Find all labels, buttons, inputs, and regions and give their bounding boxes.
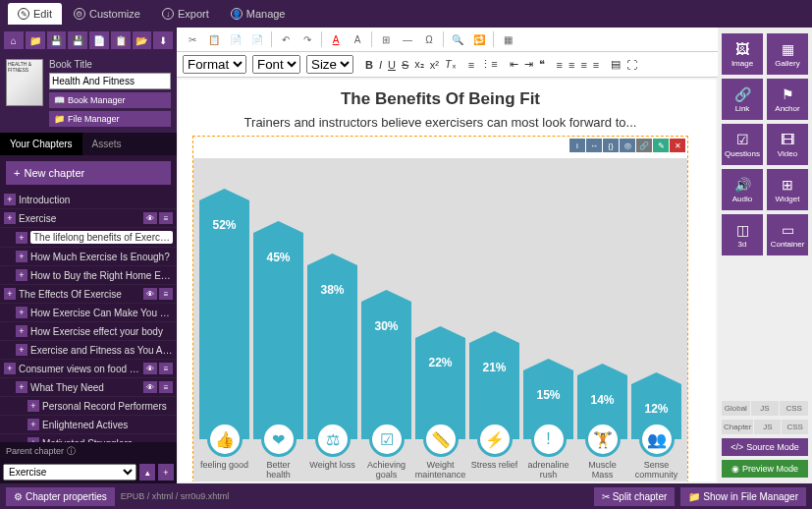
cut-icon[interactable]: ✂ <box>183 30 202 48</box>
insert-image-button[interactable]: 🖼Image <box>722 33 763 75</box>
expand-icon[interactable]: + <box>16 344 27 356</box>
sup-icon[interactable]: x² <box>430 59 439 71</box>
replace-icon[interactable]: 🔁 <box>469 30 489 48</box>
tree-node[interactable]: +Exercise and Fitness as You Age <box>0 341 177 360</box>
tool-home-icon[interactable]: ⌂ <box>4 31 24 49</box>
tree-node[interactable]: +How Exercise Can Make You Happy <box>0 304 177 322</box>
tree-node[interactable]: +How to Buy the Right Home Exercise E <box>0 266 177 285</box>
chapter-scope-button[interactable]: Chapter <box>722 420 753 434</box>
clear-icon[interactable]: Tₓ <box>445 58 457 71</box>
tab-manage[interactable]: 👤Manage <box>221 3 296 25</box>
tool-save-icon[interactable]: 💾 <box>47 31 67 49</box>
undo-icon[interactable]: ↶ <box>276 30 296 48</box>
list-bul-icon[interactable]: ⋮≡ <box>480 58 497 71</box>
format-select[interactable]: Format <box>183 55 246 74</box>
insert-audio-button[interactable]: 🔊Audio <box>722 169 763 210</box>
menu-icon[interactable]: ≡ <box>159 363 173 374</box>
tool-download-icon[interactable]: ⬇ <box>153 31 173 49</box>
align-right-icon[interactable]: ≡ <box>580 59 586 71</box>
tool-saveall-icon[interactable]: 💾 <box>68 31 87 49</box>
expand-icon[interactable]: + <box>4 363 16 374</box>
selectall-icon[interactable]: ▦ <box>498 30 517 48</box>
find-icon[interactable]: 🔍 <box>448 30 467 48</box>
tree-node[interactable]: +Motivated Strugglers <box>0 434 177 442</box>
maximize-icon[interactable]: ⛶ <box>626 59 637 71</box>
eye-icon[interactable]: 👁 <box>143 381 157 393</box>
tab-customize[interactable]: ⚙Customize <box>64 3 150 25</box>
source-mode-button[interactable]: </> Source Mode <box>722 438 808 456</box>
hr-icon[interactable]: — <box>398 30 417 48</box>
global-scope-button[interactable]: Global <box>722 401 750 416</box>
tree-node[interactable]: +Exercise👁≡ <box>0 209 177 228</box>
parent-add-button[interactable]: + <box>158 464 174 481</box>
preview-mode-button[interactable]: ◉ Preview Mode <box>722 460 808 478</box>
show-in-file-manager-button[interactable]: 📁 Show in File Manager <box>680 487 806 506</box>
insert-link-button[interactable]: 🔗Link <box>722 79 763 120</box>
insert-video-button[interactable]: 🎞Video <box>767 124 808 165</box>
handle-edit-icon[interactable]: ✎ <box>653 139 669 152</box>
tree-node[interactable]: +Enlightened Actives <box>0 416 177 434</box>
tool-folder-icon[interactable]: 📁 <box>26 31 45 49</box>
tree-node[interactable]: +The Effects Of Exercise👁≡ <box>0 285 177 304</box>
size-select[interactable]: Size <box>306 55 353 74</box>
show-blocks-icon[interactable]: ▤ <box>611 58 621 71</box>
new-chapter-button[interactable]: +New chapter <box>6 161 171 185</box>
outdent-icon[interactable]: ⇤ <box>510 58 518 71</box>
menu-icon[interactable]: ≡ <box>159 212 173 224</box>
quote-icon[interactable]: ❝ <box>539 58 545 71</box>
tree-node[interactable]: +How Much Exercise Is Enough? <box>0 248 177 266</box>
eye-icon[interactable]: 👁 <box>143 212 157 224</box>
insert-questions-button[interactable]: ☑Questions <box>722 124 763 165</box>
sub-icon[interactable]: x₂ <box>414 58 424 71</box>
parent-chapter-select[interactable]: Exercise <box>3 464 136 481</box>
expand-icon[interactable]: + <box>16 232 27 244</box>
text-color-icon[interactable]: A <box>326 30 346 48</box>
file-manager-button[interactable]: 📁 File Manager <box>49 111 171 127</box>
tool-doc-icon[interactable]: 📄 <box>89 31 109 49</box>
split-chapter-button[interactable]: ✂ Split chapter <box>594 487 676 506</box>
expand-icon[interactable]: + <box>27 400 39 412</box>
handle-delete-icon[interactable]: ✕ <box>670 139 685 152</box>
indent-icon[interactable]: ⇥ <box>524 58 533 71</box>
italic-icon[interactable]: I <box>379 59 382 71</box>
redo-icon[interactable]: ↷ <box>298 30 317 48</box>
tool-open-icon[interactable]: 📂 <box>133 31 152 49</box>
tab-your-chapters[interactable]: Your Chapters <box>0 133 82 155</box>
menu-icon[interactable]: ≡ <box>159 288 173 300</box>
expand-icon[interactable]: + <box>4 212 16 224</box>
parent-up-button[interactable]: ▴ <box>139 464 155 481</box>
tree-node[interactable]: +How Exercise effect your body <box>0 322 177 341</box>
handle-link-icon[interactable]: 🔗 <box>636 139 652 152</box>
insert-container-button[interactable]: ▭Container <box>767 214 808 255</box>
chapter-js-button[interactable]: JS <box>754 420 781 434</box>
global-js-button[interactable]: JS <box>751 401 780 416</box>
global-css-button[interactable]: CSS <box>780 401 808 416</box>
font-select[interactable]: Font <box>252 55 300 74</box>
paste-icon[interactable]: 📄 <box>226 30 245 48</box>
book-manager-button[interactable]: 📖 Book Manager <box>49 92 171 108</box>
chart-container[interactable]: i ↔ {} ◎ 🔗 ✎ ✕ 52%👍feeling good45%❤Bette… <box>192 136 688 481</box>
list-num-icon[interactable]: ≡ <box>468 59 474 71</box>
chapter-css-button[interactable]: CSS <box>782 420 808 434</box>
tree-node[interactable]: +Personal Record Performers <box>0 397 177 416</box>
chapter-properties-button[interactable]: ⚙ Chapter properties <box>6 487 115 506</box>
table-icon[interactable]: ⊞ <box>376 30 396 48</box>
paste-text-icon[interactable]: 📄 <box>247 30 267 48</box>
expand-icon[interactable]: + <box>4 194 16 205</box>
editor-canvas[interactable]: The Benefits Of Being Fit Trainers and i… <box>179 80 716 481</box>
tree-node[interactable]: +The lifelong benefits of Exercise <box>0 228 177 248</box>
expand-icon[interactable]: + <box>16 307 27 318</box>
insert-3d-button[interactable]: ◫3d <box>722 214 763 255</box>
book-title-input[interactable] <box>49 73 171 89</box>
eye-icon[interactable]: 👁 <box>143 288 157 300</box>
tab-edit[interactable]: ✎Edit <box>8 3 62 25</box>
insert-anchor-button[interactable]: ⚑Anchor <box>767 79 808 120</box>
special-char-icon[interactable]: Ω <box>419 30 439 48</box>
tool-copy-icon[interactable]: 📋 <box>111 31 131 49</box>
align-center-icon[interactable]: ≡ <box>568 59 574 71</box>
eye-icon[interactable]: 👁 <box>143 363 157 374</box>
handle-target-icon[interactable]: ◎ <box>620 139 635 152</box>
strike-icon[interactable]: S <box>402 59 408 71</box>
align-left-icon[interactable]: ≡ <box>557 59 563 71</box>
expand-icon[interactable]: + <box>16 325 27 337</box>
